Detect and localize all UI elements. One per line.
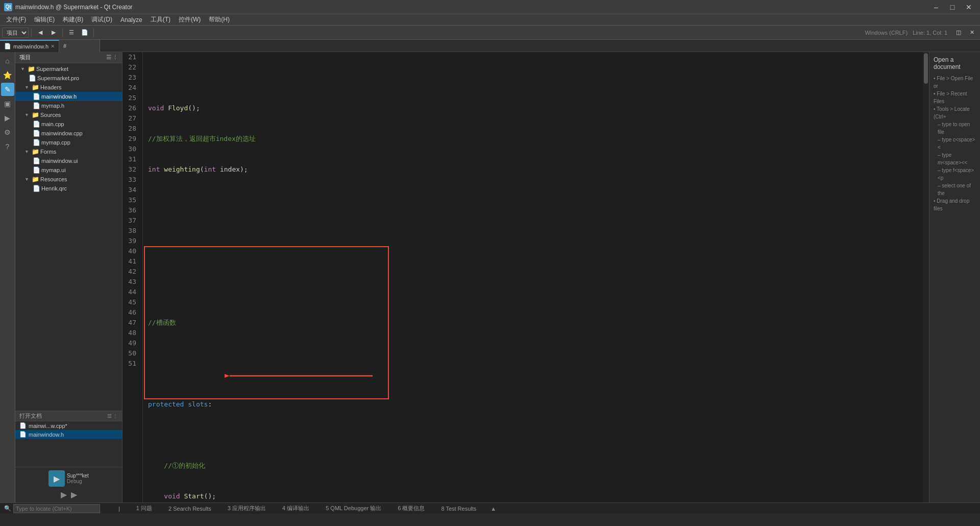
tree-item-mainwindow-ui[interactable]: 📄 mainwindow.ui	[15, 156, 122, 165]
bottom-tab-buildout[interactable]: 4 编译输出	[278, 504, 313, 513]
tree-item-headers[interactable]: ▼ 📁 Headers	[15, 83, 122, 92]
tree-label-main-cpp: main.cpp	[41, 121, 64, 127]
debug-button[interactable]: ▶	[71, 490, 77, 499]
toolbar-separator-2	[62, 28, 63, 37]
open-docs-btn2[interactable]: ⋮	[113, 413, 118, 419]
menu-tools[interactable]: 工具(T)	[146, 14, 175, 26]
menu-file[interactable]: 文件(F)	[2, 14, 30, 26]
bottom-tab-overview[interactable]: 6 概要信息	[394, 504, 429, 513]
h-icon: 📄	[19, 431, 27, 438]
project-selector[interactable]: 项目	[2, 28, 29, 38]
toolbar-btn1[interactable]: ☰	[65, 27, 78, 38]
open-doc-mainwindow-cpp[interactable]: 📄 mainwi...w.cpp*	[15, 421, 122, 430]
right-panel: Open a document • File > Open File or • …	[929, 52, 980, 503]
tree-label-mymap-h: mymap.h	[41, 103, 64, 109]
hint-6: – type m<space><<	[934, 151, 976, 166]
run-button[interactable]: ▶	[61, 490, 67, 499]
tab-mainwindow-h[interactable]: 📄 mainwindow.h ✕	[0, 40, 59, 52]
tree-item-main-cpp[interactable]: 📄 main.cpp	[15, 119, 122, 129]
tree-label-forms: Forms	[40, 149, 56, 155]
toolbar-back[interactable]: ◀	[34, 27, 46, 38]
sidebar-icon-edit[interactable]: ✎	[1, 83, 14, 96]
debug-icon: ▶	[48, 470, 65, 487]
menu-edit[interactable]: 编辑(E)	[30, 14, 59, 26]
tree-item-mainwindow-cpp[interactable]: 📄 mainwindow.cpp	[15, 129, 122, 138]
menu-analyze[interactable]: Analyze	[116, 14, 146, 26]
tab-icon: 📄	[4, 43, 11, 50]
sidebar-icon-debug[interactable]: ▶	[1, 111, 14, 125]
menu-help[interactable]: 帮助(H)	[205, 14, 234, 26]
locate-container: 🔍	[4, 504, 106, 513]
sidebar-icon-design[interactable]: ▣	[1, 97, 14, 110]
tree-item-sources[interactable]: ▼ 📁 Sources	[15, 110, 122, 119]
sidebar-icon-project[interactable]: ⚙	[1, 126, 14, 139]
code-editor[interactable]: void Floyd(); //加权算法，返回超市index的选址 int we…	[143, 52, 923, 503]
tree-item-mymap-h[interactable]: 📄 mymap.h	[15, 101, 122, 110]
arrow-svg-1	[143, 249, 148, 270]
h-file-icon-mainwindow: 📄	[33, 93, 40, 100]
open-docs-header: 打开文档 ☰ ⋮	[15, 411, 122, 421]
sources-folder-icon: 📁	[32, 111, 39, 118]
toolbar-close-editor[interactable]: ✕	[966, 27, 978, 38]
tree-label-mymap-ui: mymap.ui	[41, 167, 66, 173]
ui-file-icon-mainwindow: 📄	[33, 157, 40, 164]
hint-1: • File > Open File or	[934, 75, 976, 90]
tree-label-mymap-cpp: mymap.cpp	[41, 139, 70, 146]
project-panel-header: 项目 ☰ ⋮	[15, 52, 122, 63]
main-content: ⌂ ⭐ ✎ ▣ ▶ ⚙ ? 项目 ☰ ⋮ ▼ 📁 Supermarket	[0, 52, 980, 503]
scrollbar-thumb[interactable]	[924, 53, 928, 84]
bottom-tab-appout[interactable]: 3 应用程序输出	[224, 504, 270, 513]
tree-item-forms[interactable]: ▼ 📁 Forms	[15, 147, 122, 156]
tree-item-resources[interactable]: ▼ 📁 Resources	[15, 175, 122, 184]
app-icon: Qt	[4, 3, 12, 11]
line-col-label: Line: 1, Col: 1	[913, 30, 947, 36]
project-panel: 项目 ☰ ⋮ ▼ 📁 Supermarket 📄 Supermarket.pro	[15, 52, 122, 503]
tree-item-supermarket[interactable]: ▼ 📁 Supermarket	[15, 64, 122, 74]
code-container: 21 22 23 24 25 26 27 28 29 30 31 32 33 3…	[122, 52, 929, 503]
tree-label-supermarket: Supermarket	[36, 66, 68, 72]
resources-folder-icon: 📁	[32, 176, 39, 183]
open-doc-label-h: mainwindow.h	[29, 432, 64, 438]
sidebar-icon-help[interactable]: ?	[1, 140, 14, 153]
sidebar-icon-welcome2[interactable]: ⭐	[1, 68, 14, 82]
project-panel-btn1[interactable]: ☰	[106, 54, 111, 61]
toolbar-forward[interactable]: ▶	[47, 27, 60, 38]
tab-hash[interactable]: #	[59, 40, 100, 52]
menu-build[interactable]: 构建(B)	[59, 14, 87, 26]
menu-controls[interactable]: 控件(W)	[175, 14, 205, 26]
sidebar-icon-welcome[interactable]: ⌂	[1, 54, 14, 67]
tree-item-mymap-ui[interactable]: 📄 mymap.ui	[15, 165, 122, 175]
hints-list: • File > Open File or • File > Recent Fi…	[934, 75, 976, 212]
window-title: mainwindow.h @ Supermarket - Qt Creator	[15, 4, 133, 11]
bottom-panel-up-icon[interactable]: ▲	[491, 506, 496, 512]
toolbar-separator-3	[93, 28, 94, 37]
maximize-button[interactable]: □	[945, 2, 960, 12]
toolbar-split[interactable]: ◫	[952, 27, 965, 38]
bottom-tab-tests[interactable]: 8 Test Results	[437, 505, 480, 513]
tree-item-mainwindow-h[interactable]: 📄 mainwindow.h	[15, 92, 122, 101]
qrc-file-icon: 📄	[33, 185, 40, 192]
open-doc-mainwindow-h[interactable]: 📄 mainwindow.h	[15, 430, 122, 439]
window-controls[interactable]: – □ ✕	[929, 2, 976, 12]
close-button[interactable]: ✕	[962, 2, 976, 12]
vertical-scrollbar[interactable]	[923, 52, 929, 503]
cpp-file-icon-mymap: 📄	[33, 139, 40, 146]
bottom-tab-search[interactable]: 2 Search Results	[164, 505, 215, 513]
menu-debug[interactable]: 调试(D)	[87, 14, 116, 26]
tree-item-mymap-cpp[interactable]: 📄 mymap.cpp	[15, 138, 122, 147]
bottom-tab-problems[interactable]: 1 问题	[132, 504, 156, 513]
open-docs-btn1[interactable]: ☰	[107, 413, 112, 419]
toolbar-btn2[interactable]: 📄	[79, 27, 91, 38]
tree-label-mainwindow-h: mainwindow.h	[41, 93, 77, 100]
tree-item-supermarket-pro[interactable]: 📄 Supermarket.pro	[15, 74, 122, 83]
tab-bar: 📄 mainwindow.h ✕ #	[0, 40, 980, 52]
tree-arrow-sources: ▼	[24, 112, 31, 117]
project-panel-btn2[interactable]: ⋮	[112, 54, 118, 61]
tab-close-button[interactable]: ✕	[51, 43, 55, 49]
title-bar-left: Qt mainwindow.h @ Supermarket - Qt Creat…	[4, 3, 133, 11]
tree-item-henrik-qrc[interactable]: 📄 Henrik.qrc	[15, 184, 122, 193]
minimize-button[interactable]: –	[929, 2, 943, 12]
locate-input[interactable]	[13, 504, 100, 513]
bottom-tab-qml[interactable]: 5 QML Debugger 输出	[322, 504, 385, 513]
ui-file-icon-mymap: 📄	[33, 166, 40, 174]
